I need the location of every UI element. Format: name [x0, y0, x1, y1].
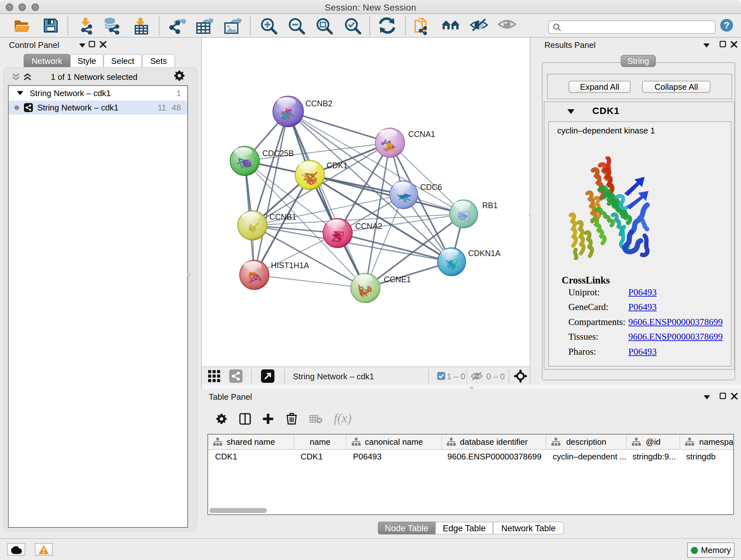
svg-text:CCNB2: CCNB2 [306, 99, 333, 108]
svg-text:CCNA2: CCNA2 [355, 222, 382, 231]
svg-text:CDC6: CDC6 [420, 183, 442, 192]
svg-text:?: ? [724, 20, 730, 30]
svg-text:RB1: RB1 [482, 201, 498, 210]
svg-text:CDC25B: CDC25B [262, 149, 294, 158]
svg-text:CCNE1: CCNE1 [384, 275, 411, 284]
svg-text:CDKN1A: CDKN1A [468, 249, 501, 258]
svg-text:CCNB1: CCNB1 [269, 212, 296, 221]
svg-text:HIST1H1A: HIST1H1A [271, 261, 309, 270]
svg-text:CCNA1: CCNA1 [408, 130, 435, 138]
svg-text:CDK1: CDK1 [327, 161, 348, 170]
